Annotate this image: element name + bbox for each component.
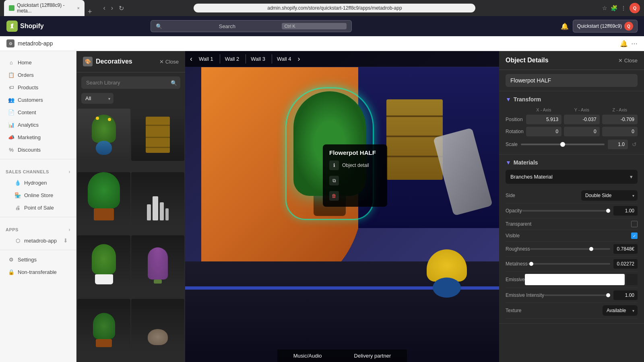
sidebar-item-metadrob-app[interactable]: ⬡ metadrob-app ⬇ (2, 234, 74, 247)
sidebar-item-products[interactable]: 🏷 Products (2, 81, 74, 93)
sidebar-item-orders[interactable]: 📋 Orders (2, 69, 74, 81)
decorative-item-8[interactable] (131, 299, 184, 351)
transform-icon: ▼ (506, 96, 511, 103)
transparent-checkbox[interactable] (631, 221, 638, 227)
metalness-row: Metalness (506, 257, 638, 272)
opacity-value-input[interactable] (613, 206, 638, 216)
sidebar-item-customers[interactable]: 👥 Customers (2, 94, 74, 106)
forward-button[interactable]: › (109, 4, 115, 12)
refresh-button[interactable]: ↻ (117, 4, 126, 13)
active-tab[interactable]: Quickstart (12ff88c9) - meta... × (4, 0, 85, 16)
material-dropdown[interactable]: Branches Material ▾ (506, 170, 638, 184)
emissive-color-swatch[interactable] (525, 274, 625, 285)
viewport-3d: ‹ Wall 1 Wall 2 Wall 3 Wall 4 › (185, 51, 499, 362)
object-details-close-button[interactable]: ✕ Close (618, 58, 638, 64)
decorative-item-5[interactable] (77, 235, 130, 288)
decorative-item-4[interactable] (131, 172, 184, 224)
roughness-label: Roughness (506, 246, 530, 252)
sidebar-item-non-transferable[interactable]: 🔒 Non-transferable (2, 266, 74, 278)
position-x-input[interactable] (526, 115, 561, 124)
object-name-input[interactable] (506, 74, 638, 87)
apps-label: Apps (6, 227, 19, 232)
more-button[interactable]: ⋮ (621, 5, 626, 11)
app-banner-bell-button[interactable]: 🔔 (620, 40, 628, 47)
wall-tab-4[interactable]: Wall 4 (272, 54, 296, 64)
decoratives-close-button[interactable]: ✕ Close (159, 59, 179, 65)
decorative-item-6[interactable] (131, 235, 184, 288)
url-bar[interactable]: admin.shopify.com/store/quickstart-12ff8… (194, 4, 475, 12)
sidebar-item-hydrogen[interactable]: 💧 Hydrogen (2, 177, 74, 189)
decoratives-search-icon[interactable]: 🔍 (171, 80, 177, 86)
app-banner-more-button[interactable]: ⋯ (631, 40, 638, 47)
sidebar-item-discounts[interactable]: % Discounts (2, 144, 74, 156)
sidebar-item-online-store[interactable]: 🏪 Online Store (2, 189, 74, 201)
decoratives-search-input[interactable] (81, 76, 180, 89)
wall-tab-2[interactable]: Wall 2 (220, 54, 244, 64)
sidebar-item-analytics[interactable]: 📊 Analytics (2, 119, 74, 131)
filter-select[interactable]: All Plants Furniture Lighting (81, 93, 114, 104)
extensions-button[interactable]: 🧩 (611, 5, 617, 11)
metalness-value-input[interactable] (613, 259, 638, 269)
shopify-logo: Shopify (6, 21, 44, 32)
popup-action-delete[interactable]: 🗑 (329, 190, 381, 202)
notification-icon[interactable]: 🔔 (561, 23, 569, 30)
app-banner-icon: ⚙ (6, 39, 14, 47)
emissive-dark-swatch[interactable] (626, 274, 638, 285)
texture-select[interactable]: Available None (603, 305, 638, 316)
music-audio-tab[interactable]: Music/Audio (277, 350, 338, 362)
decorative-item-1[interactable] (77, 109, 130, 161)
decorative-item-3[interactable] (77, 172, 130, 224)
user-avatar[interactable]: Q (630, 3, 640, 13)
new-tab-button[interactable]: + (85, 8, 95, 16)
scale-value-input[interactable] (608, 140, 628, 149)
delivery-partner-tab[interactable]: Delivery partner (338, 350, 407, 362)
decorative-item-2[interactable] (131, 109, 184, 161)
sidebar-item-content[interactable]: 📄 Content (2, 106, 74, 118)
rotation-x-input[interactable] (526, 127, 561, 136)
metalness-slider[interactable] (528, 263, 610, 265)
sidebar-item-settings[interactable]: ⚙ Settings (2, 253, 74, 265)
sidebar-item-content-label: Content (18, 109, 36, 115)
opacity-slider[interactable] (522, 210, 610, 212)
back-button[interactable]: ‹ (102, 4, 107, 12)
shopify-search: 🔍 Search Ctrl K (151, 20, 352, 32)
sidebar-item-pos[interactable]: 🖨 Point of Sale (2, 202, 74, 214)
bookmark-button[interactable]: ☆ (602, 5, 607, 11)
material-name: Branches Material (510, 174, 553, 180)
rotation-z-input[interactable] (602, 127, 638, 136)
wall-prev-button[interactable]: ‹ (190, 55, 192, 63)
popup-action-copy[interactable]: ⧉ (329, 175, 381, 187)
transparent-label: Transparent (506, 221, 531, 227)
sidebar-section-apps[interactable]: Apps › (0, 220, 76, 234)
position-y-input[interactable] (564, 115, 599, 124)
scale-slider[interactable] (521, 144, 605, 145)
decoratives-close-x: ✕ (159, 59, 164, 65)
emissive-intensity-value-input[interactable] (613, 290, 638, 300)
roughness-slider[interactable] (530, 248, 610, 250)
sidebar-item-marketing[interactable]: 📣 Marketing (2, 131, 74, 143)
scale-reset-button[interactable]: ↺ (631, 141, 638, 148)
side-select[interactable]: Double Side Front Side Back Side (581, 190, 638, 201)
rotation-y-input[interactable] (564, 127, 599, 136)
sidebar-item-home[interactable]: ⌂ Home (2, 56, 74, 68)
store-selector[interactable]: Quickstart (12ff69c9) Q (573, 20, 638, 33)
sidebar-section-sales-channels[interactable]: Sales channels › (0, 162, 76, 176)
decorative-item-7[interactable] (77, 299, 130, 351)
wall-tab-1[interactable]: Wall 1 (194, 54, 218, 64)
position-z-input[interactable] (602, 115, 638, 124)
wall-next-button[interactable]: › (298, 55, 300, 63)
flowerpot-popup: Flowerpot HALF ℹ Object detail ⧉ 🗑 (323, 144, 387, 207)
tab-close-button[interactable]: × (77, 6, 80, 10)
popup-action-object-detail[interactable]: ℹ Object detail (329, 159, 381, 171)
emissive-intensity-slider[interactable] (544, 294, 610, 296)
non-transferable-icon: 🔒 (8, 269, 14, 275)
shopify-admin: Shopify 🔍 Search Ctrl K 🔔 Quickstart (12… (0, 16, 644, 362)
roughness-value-input[interactable] (613, 244, 638, 254)
url-text: admin.shopify.com/store/quickstart-12ff8… (198, 5, 471, 11)
popup-title: Flowerpot HALF (329, 149, 381, 156)
content-area: 🎨 Decoratives ✕ Close 🔍 All (76, 51, 644, 362)
wall-tab-3[interactable]: Wall 3 (246, 54, 270, 64)
download-icon[interactable]: ⬇ (63, 237, 68, 244)
visible-checkbox[interactable]: ✓ (631, 232, 638, 239)
search-bar[interactable]: 🔍 Search Ctrl K (151, 20, 352, 32)
